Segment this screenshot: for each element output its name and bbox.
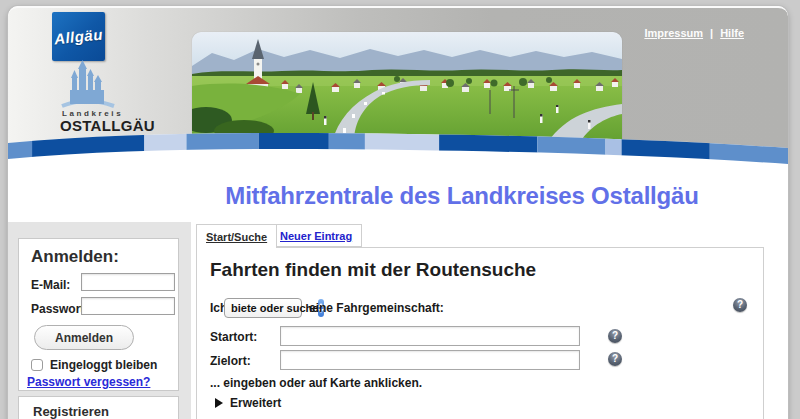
allgaeu-logo: Allgäu	[52, 12, 105, 61]
header-nav: Impressum|Hilfe	[644, 27, 744, 39]
register-section[interactable]: Registrieren	[18, 396, 179, 419]
advanced-label: Erweitert	[230, 396, 281, 410]
page-title: Mitfahrzentrale des Landkreises Ostallgä…	[192, 182, 732, 210]
remember-checkbox[interactable]	[31, 359, 43, 371]
search-heading: Fahrten finden mit der Routensuche	[210, 259, 536, 281]
zielort-label: Zielort:	[210, 354, 251, 368]
help-icon[interactable]: ?	[608, 329, 622, 343]
landscape-illustration	[192, 32, 622, 142]
wave-stripe	[8, 128, 788, 172]
password-input[interactable]	[81, 297, 175, 315]
tab-start-suche-label: Start/Suche	[206, 231, 267, 243]
email-label: E-Mail:	[31, 278, 70, 292]
impressum-link[interactable]: Impressum	[644, 27, 703, 39]
map-hint: ... eingeben oder auf Karte anklicken.	[210, 376, 422, 390]
advanced-toggle[interactable]: Erweitert	[215, 396, 281, 410]
ride-type-value: biete oder suche	[225, 302, 318, 314]
register-label: Registrieren	[33, 404, 109, 419]
email-input[interactable]	[81, 273, 175, 291]
login-panel: Anmelden: E-Mail: Passwort: Anmelden Ein…	[18, 238, 179, 391]
tab-start-suche[interactable]: Start/Suche	[196, 224, 277, 248]
remember-label: Eingeloggt bleiben	[50, 358, 157, 372]
hilfe-link[interactable]: Hilfe	[720, 27, 744, 39]
ride-type-suffix: eine Fahrgemeinschaft:	[309, 301, 444, 315]
ride-type-select[interactable]: biete oder suche	[224, 298, 302, 318]
nav-separator: |	[710, 27, 713, 39]
allgaeu-logo-text: Allgäu	[53, 25, 103, 47]
login-heading: Anmelden:	[31, 247, 119, 267]
zielort-input[interactable]	[280, 350, 580, 370]
header-photo	[192, 32, 622, 142]
login-button[interactable]: Anmelden	[34, 325, 134, 350]
help-icon[interactable]: ?	[733, 298, 747, 312]
forgot-password-link[interactable]: Passwort vergessen?	[27, 375, 150, 389]
tab-neuer-eintrag-label: Neuer Eintrag	[280, 230, 352, 242]
tab-neuer-eintrag[interactable]: Neuer Eintrag	[270, 224, 362, 247]
help-icon[interactable]: ?	[608, 352, 622, 366]
password-label: Passwort:	[31, 302, 88, 316]
triangle-icon	[215, 398, 223, 408]
startort-input[interactable]	[280, 326, 580, 346]
castle-icon	[48, 60, 126, 112]
startort-label: Startort:	[210, 330, 257, 344]
